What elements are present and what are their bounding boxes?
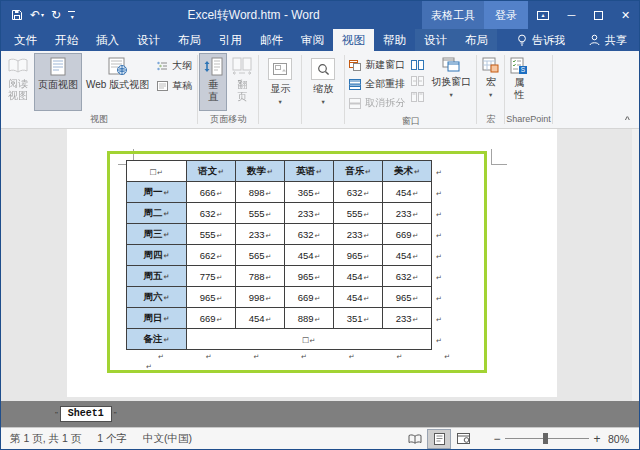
table-row-label[interactable]: 周三↵ <box>127 224 187 245</box>
read-mode-button[interactable]: 阅读视图 <box>2 53 34 111</box>
table-row-label[interactable]: 周二↵ <box>127 203 187 224</box>
table-corner-cell[interactable]: □↵ <box>127 161 187 182</box>
table-cell[interactable]: 454↵ <box>285 245 334 266</box>
tab-布局-contextual[interactable]: 布局 <box>456 29 497 51</box>
table-cell[interactable]: 669↵ <box>187 308 236 329</box>
redo-icon[interactable]: ↻ <box>51 9 61 21</box>
customize-qat-icon[interactable]: ▾ <box>68 11 75 20</box>
table-cell[interactable]: 889↵ <box>285 308 334 329</box>
table-cell[interactable]: 233↵ <box>383 308 432 329</box>
tab-审阅[interactable]: 审阅 <box>292 29 333 51</box>
undo-dropdown-icon[interactable]: ▾ <box>41 12 44 18</box>
vertical-button[interactable]: 垂直 <box>199 53 227 111</box>
table-cell[interactable]: 632↵ <box>334 182 383 203</box>
undo-icon[interactable]: ↶▾ <box>30 9 44 21</box>
show-button[interactable]: 显示 ▾ <box>260 53 300 106</box>
new-window-button[interactable]: 新建窗口 <box>349 58 405 72</box>
language-status[interactable]: 中文(中国) <box>143 432 192 446</box>
zoom-slider[interactable] <box>505 438 589 439</box>
zoom-out-button[interactable]: − <box>489 432 505 446</box>
zoom-percentage[interactable]: 80% <box>605 433 639 445</box>
table-cell[interactable]: 965↵ <box>187 287 236 308</box>
table-cell[interactable]: 555↵ <box>334 203 383 224</box>
collapse-ribbon-icon[interactable]: ^ <box>625 116 630 124</box>
view-side-by-side-icon[interactable] <box>411 60 424 70</box>
vertical-scrollbar[interactable] <box>632 129 639 401</box>
share-button[interactable]: 共享 <box>577 29 639 51</box>
tab-视图[interactable]: 视图 <box>333 29 374 51</box>
table-cell[interactable]: 555↵ <box>187 224 236 245</box>
table-footer-label[interactable]: 备注↵ <box>127 329 187 350</box>
sign-in-button[interactable]: 登录 <box>484 1 528 29</box>
table-row-label[interactable]: 周四↵ <box>127 245 187 266</box>
table-row-label[interactable]: 周六↵ <box>127 287 187 308</box>
table-cell[interactable]: 351↵ <box>334 308 383 329</box>
table-row-label[interactable]: 周一↵ <box>127 182 187 203</box>
maximize-button[interactable] <box>585 1 612 29</box>
table-row-label[interactable]: 周日↵ <box>127 308 187 329</box>
table-cell[interactable]: 454↵ <box>383 182 432 203</box>
reset-window-position-icon[interactable] <box>411 92 424 102</box>
web-layout-button[interactable]: Web 版式视图 <box>82 53 153 111</box>
tab-邮件[interactable]: 邮件 <box>251 29 292 51</box>
table-cell[interactable]: 666↵ <box>187 182 236 203</box>
table-cell[interactable]: 898↵ <box>236 182 285 203</box>
table-header-cell[interactable]: 美术↵ <box>383 161 432 182</box>
remove-split-button[interactable]: 取消拆分 <box>349 96 405 110</box>
table-header-cell[interactable]: 语文↵ <box>187 161 236 182</box>
table-cell[interactable]: 233↵ <box>285 203 334 224</box>
zoom-slider-thumb[interactable] <box>543 433 548 444</box>
table-row-label[interactable]: 周五↵ <box>127 266 187 287</box>
table-cell[interactable]: 998↵ <box>236 287 285 308</box>
synchronous-scrolling-icon[interactable] <box>411 76 424 86</box>
draft-view-button[interactable]: 草稿 <box>157 79 192 93</box>
table-cell[interactable]: 454↵ <box>334 266 383 287</box>
table-cell[interactable]: 788↵ <box>236 266 285 287</box>
tell-me-button[interactable]: 告诉我 <box>507 29 575 51</box>
table-cell[interactable]: 965↵ <box>285 266 334 287</box>
table-cell[interactable]: 775↵ <box>187 266 236 287</box>
table-cell[interactable]: 632↵ <box>383 266 432 287</box>
table-header-cell[interactable]: 英语↵ <box>285 161 334 182</box>
table-cell[interactable]: 669↵ <box>285 287 334 308</box>
tab-布局[interactable]: 布局 <box>169 29 210 51</box>
table-cell[interactable]: 965↵ <box>383 287 432 308</box>
document-page[interactable]: □↵语文↵数学↵英语↵音乐↵美术↵↵周一↵666↵898↵365↵632↵454… <box>67 129 557 397</box>
table-cell[interactable]: 669↵ <box>383 224 432 245</box>
table-cell[interactable]: 454↵ <box>334 287 383 308</box>
table-header-cell[interactable]: 数学↵ <box>236 161 285 182</box>
print-layout-view-icon[interactable] <box>427 429 451 449</box>
tab-设计-contextual[interactable]: 设计 <box>415 29 456 51</box>
read-mode-view-icon[interactable] <box>403 429 427 449</box>
sheet-tab[interactable]: Sheet1 <box>60 406 112 422</box>
properties-button[interactable]: S 属性 <box>506 53 532 111</box>
table-cell[interactable]: 632↵ <box>285 224 334 245</box>
outline-view-button[interactable]: 大纲 <box>157 59 192 73</box>
tab-引用[interactable]: 引用 <box>210 29 251 51</box>
page-number-status[interactable]: 第 1 页, 共 1 页 <box>10 432 81 446</box>
table-cell[interactable]: 565↵ <box>236 245 285 266</box>
arrange-all-button[interactable]: 全部重排 <box>349 77 405 91</box>
word-count-status[interactable]: 1 个字 <box>97 432 127 446</box>
switch-windows-button[interactable]: 切换窗口 ▾ <box>427 53 475 111</box>
close-button[interactable]: ✕ <box>612 1 639 29</box>
table-cell[interactable]: 555↵ <box>236 203 285 224</box>
table-cell[interactable]: 632↵ <box>187 203 236 224</box>
zoom-in-button[interactable]: + <box>589 432 605 446</box>
tab-文件[interactable]: 文件 <box>5 29 46 51</box>
table-cell[interactable]: 662↵ <box>187 245 236 266</box>
zoom-button[interactable]: 缩放 ▾ <box>303 53 343 106</box>
tab-帮助[interactable]: 帮助 <box>374 29 415 51</box>
table-cell[interactable]: 965↵ <box>334 245 383 266</box>
side-to-side-button[interactable]: 翻页 <box>227 53 257 111</box>
table-header-cell[interactable]: 音乐↵ <box>334 161 383 182</box>
minimize-button[interactable]: ─ <box>558 1 585 29</box>
tab-插入[interactable]: 插入 <box>87 29 128 51</box>
table-cell[interactable]: 233↵ <box>236 224 285 245</box>
print-layout-button[interactable]: 页面视图 <box>34 53 82 111</box>
table-cell[interactable]: 454↵ <box>383 245 432 266</box>
tab-开始[interactable]: 开始 <box>46 29 87 51</box>
save-icon[interactable] <box>11 9 23 21</box>
table-footer-cell[interactable]: □↵ <box>187 329 432 350</box>
word-table[interactable]: □↵语文↵数学↵英语↵音乐↵美术↵↵周一↵666↵898↵365↵632↵454… <box>126 160 481 350</box>
